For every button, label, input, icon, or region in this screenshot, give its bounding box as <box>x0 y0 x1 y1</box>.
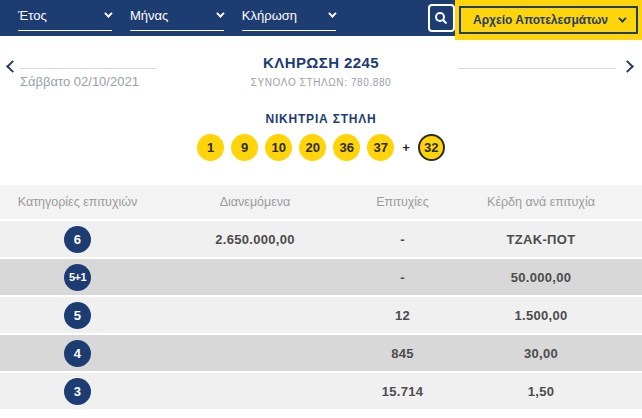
category-cell: 4 <box>0 340 175 367</box>
winning-number-ball: 10 <box>265 134 292 161</box>
divider-line <box>458 68 616 69</box>
prize-cell: 30,00 <box>470 346 642 361</box>
draw-title-block: ΚΛΗΡΩΣΗ 2245 ΣΥΝΟΛΟ ΣΤΗΛΩΝ: 780.880 <box>0 54 642 88</box>
archive-results-label: Αρχείο Αποτελεσμάτων <box>473 13 608 27</box>
winning-number-ball: 9 <box>231 134 258 161</box>
wins-cell: - <box>335 232 470 247</box>
table-row: 484530,00 <box>0 335 642 371</box>
column-header-distributed: Διανεμόμενα <box>175 195 335 209</box>
wins-cell: - <box>335 270 470 285</box>
category-cell: 5 <box>0 302 175 329</box>
winning-number-ball: 37 <box>367 134 394 161</box>
category-badge: 3 <box>64 378 91 405</box>
filter-toolbar: Έτος Μήνας Κλήρωση Αρχείο Αποτελεσμάτων <box>0 0 642 40</box>
column-header-wins: Επιτυχίες <box>335 195 470 209</box>
chevron-down-icon <box>216 9 224 17</box>
category-cell: 5+1 <box>0 264 175 291</box>
archive-results-button[interactable]: Αρχείο Αποτελεσμάτων <box>459 6 638 34</box>
table-row: 5+1-50.000,00 <box>0 259 642 295</box>
filter-toolbar-blue: Έτος Μήνας Κλήρωση <box>0 0 455 36</box>
category-badge: 4 <box>64 340 91 367</box>
prize-table-header: Κατηγορίες επιτυχιών Διανεμόμενα Επιτυχί… <box>0 185 642 219</box>
joker-results-page: Έτος Μήνας Κλήρωση Αρχείο Αποτελεσμάτων <box>0 0 642 418</box>
prize-cell: 50.000,00 <box>470 270 642 285</box>
category-cell: 3 <box>0 378 175 405</box>
column-header-prize: Κέρδη ανά επιτυχία <box>470 195 642 209</box>
table-row: 62.650.000,00-ΤΖΑΚ-ΠΟΤ <box>0 221 642 257</box>
search-button[interactable] <box>428 4 455 32</box>
table-row: 5121.500,00 <box>0 297 642 333</box>
chevron-down-icon <box>618 14 626 22</box>
total-columns-label: ΣΥΝΟΛΟ ΣΤΗΛΩΝ: 780.880 <box>0 77 642 88</box>
winning-number-ball: 36 <box>333 134 360 161</box>
year-dropdown[interactable]: Έτος <box>18 6 112 31</box>
category-badge: 5 <box>64 302 91 329</box>
plus-sign: + <box>402 140 410 155</box>
archive-panel: Αρχείο Αποτελεσμάτων <box>455 0 642 40</box>
prize-cell: 1,50 <box>470 384 642 399</box>
distributed-cell: 2.650.000,00 <box>175 232 335 247</box>
chevron-down-icon <box>328 9 336 17</box>
wins-cell: 845 <box>335 346 470 361</box>
year-dropdown-label: Έτος <box>18 8 47 23</box>
prize-table: Κατηγορίες επιτυχιών Διανεμόμενα Επιτυχί… <box>0 185 642 409</box>
prize-table-body: 62.650.000,00-ΤΖΑΚ-ΠΟΤ5+1-50.000,005121.… <box>0 221 642 409</box>
table-row: 315.7141,50 <box>0 373 642 409</box>
winning-column-section: ΝΙΚΗΤΡΙΑ ΣΤΗΛΗ 1910203637+32 <box>0 112 642 161</box>
category-badge: 5+1 <box>64 264 91 291</box>
category-cell: 6 <box>0 226 175 253</box>
winning-column-title: ΝΙΚΗΤΡΙΑ ΣΤΗΛΗ <box>0 112 642 126</box>
draw-dropdown-label: Κλήρωση <box>242 8 297 23</box>
joker-number-ball: 32 <box>418 134 445 161</box>
draw-header: Σάββατο 02/10/2021 ΚΛΗΡΩΣΗ 2245 ΣΥΝΟΛΟ Σ… <box>0 48 642 104</box>
month-dropdown-label: Μήνας <box>130 8 168 23</box>
winning-numbers: 1910203637+32 <box>0 134 642 161</box>
column-header-categories: Κατηγορίες επιτυχιών <box>0 195 175 209</box>
wins-cell: 12 <box>335 308 470 323</box>
wins-cell: 15.714 <box>335 384 470 399</box>
draw-dropdown[interactable]: Κλήρωση <box>242 6 336 31</box>
prize-cell: ΤΖΑΚ-ΠΟΤ <box>470 232 642 247</box>
winning-number-ball: 20 <box>299 134 326 161</box>
chevron-down-icon <box>104 9 112 17</box>
month-dropdown[interactable]: Μήνας <box>130 6 224 31</box>
category-badge: 6 <box>64 226 91 253</box>
search-icon <box>434 11 448 25</box>
winning-number-ball: 1 <box>197 134 224 161</box>
prize-cell: 1.500,00 <box>470 308 642 323</box>
